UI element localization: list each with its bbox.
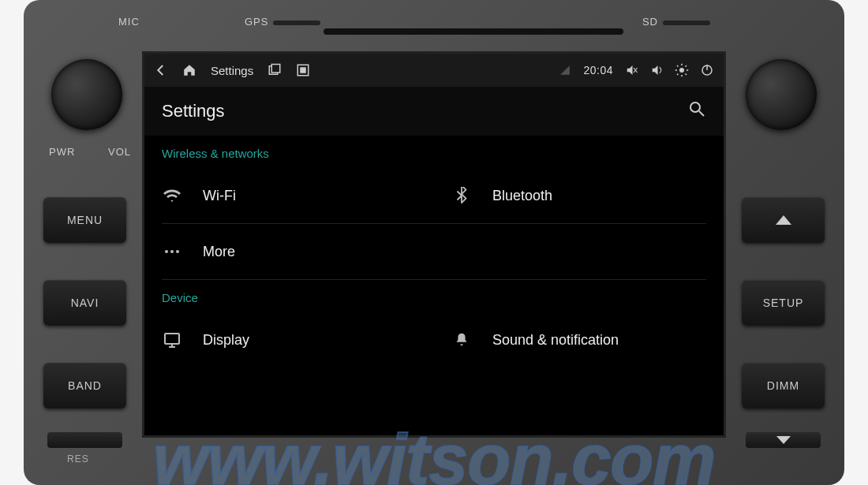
svg-line-10 — [686, 74, 687, 76]
bluetooth-item[interactable]: Bluetooth — [434, 168, 724, 223]
svg-rect-20 — [165, 334, 179, 344]
triangle-down-icon — [776, 436, 791, 444]
svg-rect-1 — [271, 65, 280, 73]
display-label: Display — [203, 332, 249, 349]
clock: 20:04 — [583, 64, 613, 76]
volume-label: VOL — [108, 146, 131, 158]
dimm-button[interactable]: DIMM — [742, 363, 825, 409]
power-icon[interactable] — [700, 63, 714, 77]
svg-line-11 — [677, 74, 679, 76]
tune-knob[interactable] — [746, 59, 817, 130]
back-icon[interactable] — [154, 63, 168, 77]
display-item[interactable]: Display — [144, 312, 434, 367]
disc-slot — [324, 28, 623, 35]
display-icon — [162, 330, 182, 350]
svg-point-18 — [170, 250, 174, 253]
sound-label: Sound & notification — [492, 332, 619, 349]
svg-point-4 — [679, 68, 684, 73]
bluetooth-label: Bluetooth — [492, 188, 552, 204]
power-label: PWR — [49, 146, 75, 158]
svg-line-16 — [699, 111, 704, 116]
more-item[interactable]: More — [144, 224, 434, 279]
settings-row: Wi-Fi Bluetooth — [144, 168, 724, 223]
reset-label: RES — [67, 453, 89, 464]
volume-up-icon[interactable] — [649, 63, 664, 77]
svg-rect-3 — [300, 67, 306, 73]
wifi-label: Wi-Fi — [203, 188, 236, 204]
more-icon — [162, 241, 182, 262]
wifi-item[interactable]: Wi-Fi — [144, 168, 434, 223]
svg-point-15 — [690, 103, 700, 112]
brightness-icon[interactable] — [675, 63, 689, 77]
window-icon[interactable] — [268, 63, 282, 77]
settings-content[interactable]: Wireless & networks Wi-Fi Bluetooth — [144, 136, 724, 435]
settings-header: Settings — [144, 87, 724, 136]
status-bar[interactable]: Settings 20:04 — [144, 54, 724, 87]
android-screen: Settings 20:04 — [142, 51, 726, 438]
band-button[interactable]: BAND — [43, 363, 126, 409]
sd-label: SD — [642, 16, 710, 28]
statusbar-title: Settings — [211, 64, 253, 77]
svg-point-19 — [176, 250, 179, 253]
bell-icon — [451, 330, 472, 350]
settings-row: Display Sound & notification — [144, 312, 724, 367]
section-device: Device — [144, 280, 724, 312]
screenshot-icon[interactable] — [296, 63, 310, 77]
gps-label: GPS — [245, 16, 320, 28]
reset-button[interactable] — [47, 432, 122, 448]
signal-icon — [558, 63, 572, 77]
mic-label: MIC — [118, 16, 140, 28]
eject-button[interactable] — [746, 432, 821, 448]
menu-button[interactable]: MENU — [43, 197, 126, 243]
setup-button[interactable]: SETUP — [742, 280, 825, 326]
svg-line-12 — [686, 65, 687, 67]
settings-row: More — [144, 224, 724, 279]
section-wireless: Wireless & networks — [144, 136, 724, 168]
volume-knob[interactable] — [51, 59, 122, 130]
triangle-up-icon — [776, 215, 791, 225]
navi-button[interactable]: NAVI — [43, 280, 126, 326]
up-button[interactable] — [742, 197, 825, 243]
head-unit-device: MIC GPS SD PWR VOL MENU NAVI BAND SETUP … — [24, 0, 844, 485]
search-icon[interactable] — [687, 99, 706, 123]
volume-down-icon[interactable] — [624, 63, 638, 77]
wifi-icon — [162, 185, 182, 206]
sound-item[interactable]: Sound & notification — [434, 312, 724, 367]
svg-line-9 — [677, 65, 679, 67]
bluetooth-icon — [451, 185, 472, 206]
svg-point-17 — [165, 250, 168, 253]
page-title: Settings — [162, 101, 687, 121]
more-label: More — [203, 244, 235, 260]
home-icon[interactable] — [182, 63, 196, 77]
